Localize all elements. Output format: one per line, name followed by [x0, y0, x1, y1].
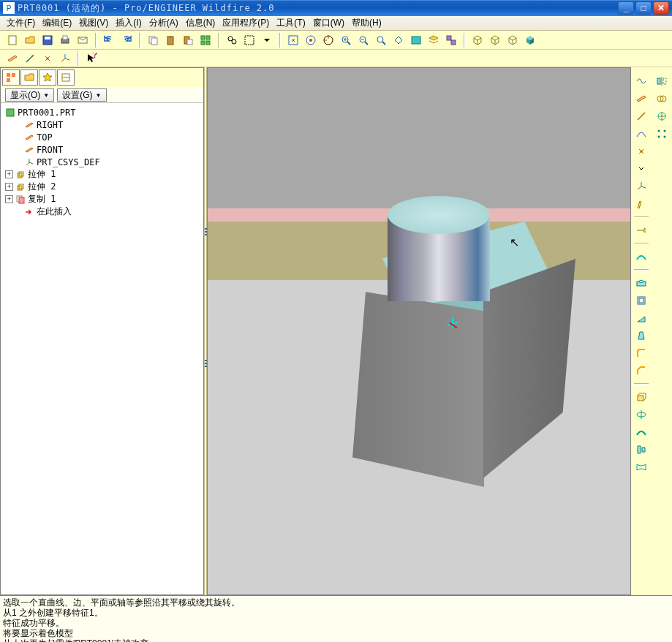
- sketch-line-button[interactable]: [633, 73, 649, 89]
- tab-connections[interactable]: [57, 69, 75, 86]
- open-button[interactable]: [22, 32, 38, 48]
- datum-csys-button[interactable]: [633, 178, 649, 195]
- hidden-line-button[interactable]: [487, 32, 503, 48]
- datum-curve-button[interactable]: [633, 126, 649, 142]
- shaded-button[interactable]: [522, 32, 538, 48]
- datum-point-dropdown[interactable]: [638, 161, 645, 177]
- mirror-button[interactable]: [654, 73, 670, 89]
- copy-button[interactable]: [145, 32, 161, 48]
- redo-button[interactable]: [118, 32, 135, 48]
- floor-plane: [208, 280, 630, 594]
- find-button[interactable]: [224, 32, 240, 48]
- message-line: 从上次再生起零件'PRT0001'未被改变。: [3, 638, 669, 642]
- tree-item-top[interactable]: TOP: [2, 131, 202, 143]
- sweep-button[interactable]: [633, 424, 649, 440]
- print-button[interactable]: [57, 32, 73, 48]
- revolve-button[interactable]: [633, 407, 649, 423]
- svg-point-82: [664, 130, 666, 132]
- menu-analyze[interactable]: 分析(A): [146, 16, 182, 30]
- datum-plane-button[interactable]: [633, 91, 649, 107]
- 3d-viewport[interactable]: ↖: [207, 67, 631, 595]
- save-button[interactable]: [39, 32, 56, 48]
- pattern-button[interactable]: [654, 126, 670, 142]
- style-button[interactable]: [633, 249, 649, 265]
- blend-button[interactable]: [633, 442, 649, 458]
- sketch-tool-button[interactable]: [633, 196, 649, 212]
- tree-item-right[interactable]: RIGHT: [2, 118, 202, 131]
- round-button[interactable]: [633, 345, 649, 361]
- maximize-button[interactable]: □: [635, 1, 652, 15]
- reorient-button[interactable]: [390, 32, 407, 48]
- tree-item-csys[interactable]: PRT_CSYS_DEF: [2, 156, 202, 168]
- tree-item-front[interactable]: FRONT: [2, 143, 202, 156]
- model-tree[interactable]: PRT0001.PRT RIGHT TOP FRONT PRT_CSYS_DEF…: [1, 103, 203, 594]
- extrude-button[interactable]: [633, 389, 649, 405]
- repaint-button[interactable]: [285, 32, 301, 48]
- rib-button[interactable]: [633, 310, 649, 326]
- datum-axis-button[interactable]: [633, 108, 649, 124]
- menu-window[interactable]: 窗口(W): [309, 16, 348, 30]
- expand-icon[interactable]: +: [5, 170, 13, 178]
- tree-item-label: 拉伸 2: [28, 181, 56, 193]
- layers-button[interactable]: [426, 32, 442, 48]
- left-tabs: [1, 68, 203, 87]
- chamfer-button[interactable]: [633, 363, 649, 379]
- select-dropdown-button[interactable]: [259, 32, 275, 48]
- datum-plane-toggle[interactable]: [4, 50, 20, 67]
- tab-folder-browser[interactable]: [20, 69, 38, 86]
- boundary-button[interactable]: [633, 459, 649, 475]
- tree-root[interactable]: PRT0001.PRT: [2, 106, 202, 118]
- hole-button[interactable]: [633, 275, 649, 291]
- zoom-out-button[interactable]: [355, 32, 371, 48]
- expand-icon[interactable]: +: [5, 195, 13, 203]
- datum-csys-toggle[interactable]: [57, 50, 73, 67]
- svg-line-44: [61, 58, 65, 61]
- menu-insert[interactable]: 插入(I): [112, 16, 145, 30]
- merge-button[interactable]: [654, 91, 670, 107]
- undo-button[interactable]: [101, 32, 117, 48]
- zoom-fit-button[interactable]: [373, 32, 389, 48]
- wireframe-button[interactable]: [469, 32, 486, 48]
- menu-help[interactable]: 帮助(H): [348, 16, 385, 30]
- expand-icon[interactable]: +: [5, 183, 13, 191]
- help-pointer-button[interactable]: ?: [83, 50, 99, 67]
- saved-view-button[interactable]: [408, 32, 424, 48]
- tab-model-tree[interactable]: [2, 69, 20, 86]
- tree-item-extrude2[interactable]: + 拉伸 2: [2, 181, 202, 193]
- menu-file[interactable]: 文件(F): [3, 16, 39, 30]
- trim-button[interactable]: [654, 108, 670, 124]
- tab-favorites[interactable]: [39, 69, 56, 86]
- tree-item-copy1[interactable]: + 复制 1: [2, 193, 202, 205]
- menu-app[interactable]: 应用程序(P): [219, 16, 273, 30]
- menu-tools[interactable]: 工具(T): [273, 16, 309, 30]
- view-mgr-button[interactable]: [443, 32, 459, 48]
- no-hidden-button[interactable]: [505, 32, 521, 48]
- menu-info[interactable]: 信息(N): [182, 16, 219, 30]
- datum-point-toggle[interactable]: [39, 50, 56, 67]
- menu-edit[interactable]: 编辑(E): [39, 16, 75, 30]
- email-button[interactable]: [75, 32, 91, 48]
- zoom-in-button[interactable]: [338, 32, 354, 48]
- menu-view[interactable]: 视图(V): [75, 16, 112, 30]
- annotation-button[interactable]: [633, 222, 649, 238]
- close-button[interactable]: ✕: [653, 1, 669, 15]
- paste-button[interactable]: [162, 32, 178, 48]
- shell-button[interactable]: [633, 292, 649, 309]
- svg-rect-33: [412, 37, 420, 44]
- chevron-down-icon: ▼: [43, 92, 49, 99]
- select-box-button[interactable]: [241, 32, 257, 48]
- datum-point-button[interactable]: [633, 143, 649, 159]
- spin-center-button[interactable]: [303, 32, 319, 48]
- regen-button[interactable]: [197, 32, 214, 48]
- tree-item-extrude1[interactable]: + 拉伸 1: [2, 168, 202, 181]
- draft-button[interactable]: [633, 328, 649, 344]
- tree-item-insert-here[interactable]: 在此插入: [2, 205, 202, 218]
- datum-axis-toggle[interactable]: [22, 50, 38, 67]
- tree-settings-button[interactable]: 设置(G)▼: [57, 88, 106, 102]
- tree-display-button[interactable]: 显示(O)▼: [5, 88, 54, 102]
- paste-special-button[interactable]: [180, 32, 196, 48]
- minimize-button[interactable]: _: [618, 1, 634, 15]
- svg-point-83: [658, 136, 660, 138]
- orient-button[interactable]: [320, 32, 336, 48]
- new-button[interactable]: [4, 32, 20, 48]
